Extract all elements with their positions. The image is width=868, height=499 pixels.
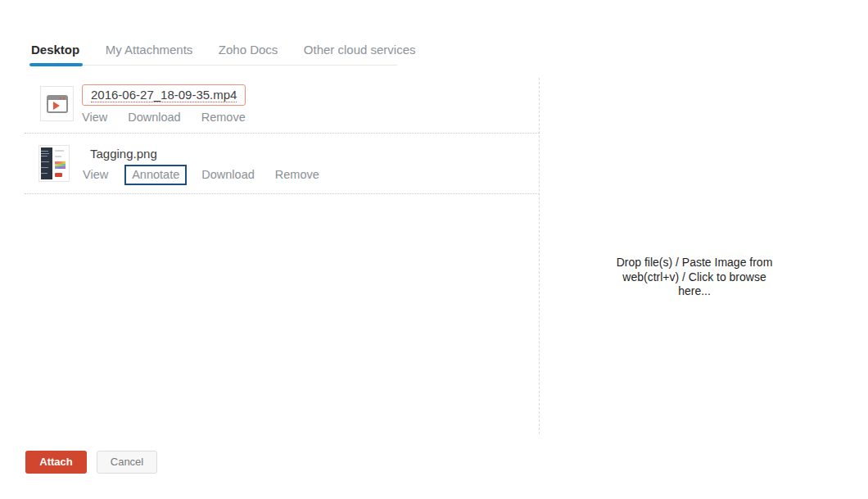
row-separator [25,193,539,194]
filename-editable-field[interactable]: 2016-06-27_18-09-35.mp4 [82,84,246,106]
pane-divider [539,78,540,434]
tab-zoho-docs-label: Zoho Docs [219,43,278,57]
tab-other-cloud-services[interactable]: Other cloud services [304,41,416,59]
active-tab-indicator [29,63,83,66]
annotate-label: Annotate [132,168,179,181]
file-thumbnail-video[interactable] [40,86,74,121]
download-link[interactable]: Download [128,111,181,124]
color-palette-thumb [55,161,66,169]
cancel-button[interactable]: Cancel [97,451,157,474]
tab-bar: Desktop My Attachments Zoho Docs Other c… [31,41,397,66]
row-separator [25,133,539,134]
annotate-link[interactable]: Annotate [124,165,187,185]
file-actions-row: View Download Remove [82,111,246,124]
drop-browse-zone[interactable]: Drop file(s) / Paste Image from web(ctrl… [547,78,860,434]
file-actions-row: View Annotate Download Remove [83,165,319,185]
tab-desktop[interactable]: Desktop [31,41,79,59]
attachment-dialog: Desktop My Attachments Zoho Docs Other c… [0,0,868,499]
remove-link[interactable]: Remove [275,165,319,185]
tab-desktop-label: Desktop [31,43,79,57]
remove-link[interactable]: Remove [201,111,246,124]
tab-zoho-docs[interactable]: Zoho Docs [219,41,278,59]
view-link[interactable]: View [82,111,107,124]
view-link[interactable]: View [83,165,108,185]
tab-my-attachments-label: My Attachments [106,43,193,57]
dropzone-instructions: Drop file(s) / Paste Image from web(ctrl… [613,256,776,299]
filename-text: 2016-06-27_18-09-35.mp4 [91,88,237,102]
filename-text: Tagging.png [90,147,157,161]
file-thumbnail-image[interactable] [38,145,70,182]
attach-button[interactable]: Attach [25,451,87,474]
tab-other-cloud-services-label: Other cloud services [304,43,416,57]
play-icon [53,102,60,110]
tab-my-attachments[interactable]: My Attachments [106,41,193,59]
video-player-icon [47,95,68,113]
download-link[interactable]: Download [201,165,255,185]
